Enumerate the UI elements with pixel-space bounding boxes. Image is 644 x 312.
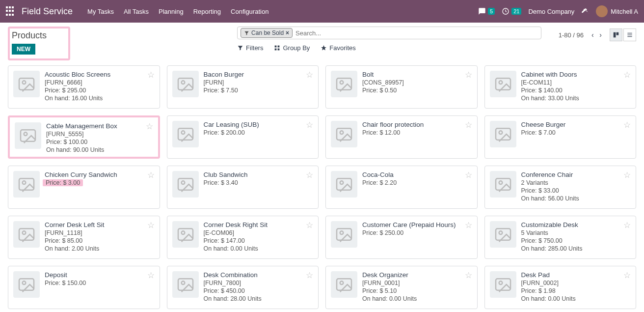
nav-configuration[interactable]: Configuration xyxy=(226,8,273,15)
product-grid: Acoustic Bloc Screens[FURN_6666]Price: $… xyxy=(0,62,644,312)
nav-reporting[interactable]: Reporting xyxy=(188,8,226,15)
nav-my-tasks[interactable]: My Tasks xyxy=(82,8,119,15)
new-button[interactable]: NEW xyxy=(12,44,35,55)
star-icon[interactable]: ☆ xyxy=(147,220,155,230)
product-card[interactable]: Chair floor protectionPrice: $ 12.00☆ xyxy=(325,115,478,159)
product-thumbnail xyxy=(13,271,40,298)
product-card[interactable]: Desk Pad[FURN_0002]Price: $ 1.98On hand:… xyxy=(484,266,637,309)
product-card[interactable]: DepositPrice: $ 150.00☆ xyxy=(8,266,160,309)
product-card[interactable]: Customizable Desk5 VariantsPrice: $ 750.… xyxy=(484,216,637,259)
star-icon[interactable]: ☆ xyxy=(306,220,313,230)
svg-rect-5 xyxy=(614,32,616,38)
filters-button[interactable]: Filters xyxy=(237,44,263,52)
product-card[interactable]: Desk Organizer[FURN_0001]Price: $ 5.10On… xyxy=(325,266,478,309)
star-icon[interactable]: ☆ xyxy=(623,120,631,130)
product-name: Cheese Burger xyxy=(521,121,631,128)
star-icon[interactable]: ☆ xyxy=(465,170,472,180)
pager-next-button[interactable]: › xyxy=(597,30,604,40)
svg-point-37 xyxy=(181,231,185,234)
view-list-button[interactable] xyxy=(623,28,636,41)
product-card[interactable]: Corner Desk Right Sit[E-COM06]Price: $ 1… xyxy=(167,216,319,259)
product-card-body: Corner Desk Left Sit[FURN_1118]Price: $ … xyxy=(45,221,155,254)
product-price: Price: $ 7.50 xyxy=(204,87,314,94)
product-card[interactable]: Club SandwichPrice: $ 3.40☆ xyxy=(167,166,319,209)
star-icon[interactable]: ☆ xyxy=(147,170,155,180)
search-bar[interactable]: Can be Sold × xyxy=(237,27,541,39)
star-icon[interactable]: ☆ xyxy=(623,170,631,180)
product-card[interactable]: Acoustic Bloc Screens[FURN_6666]Price: $… xyxy=(8,65,160,109)
product-card[interactable]: Cabinet with Doors[E-COM11]Price: $ 140.… xyxy=(484,65,637,109)
company-selector[interactable]: Demo Company xyxy=(528,8,574,15)
svg-point-45 xyxy=(181,281,185,284)
product-name: Customer Care (Prepaid Hours) xyxy=(362,221,472,228)
product-thumbnail xyxy=(15,122,41,149)
star-icon[interactable]: ☆ xyxy=(306,170,313,180)
favorites-button[interactable]: Favorites xyxy=(321,44,355,52)
star-icon[interactable]: ☆ xyxy=(465,120,472,130)
tools-icon[interactable] xyxy=(581,7,589,16)
product-card[interactable]: Chicken Curry SandwichPrice: $ 3.00☆ xyxy=(8,166,160,209)
apps-icon[interactable] xyxy=(6,6,16,16)
product-card[interactable]: Bacon Burger[FURN]Price: $ 7.50☆ xyxy=(167,65,319,109)
star-icon[interactable]: ☆ xyxy=(465,70,472,80)
filter-chip-can-be-sold[interactable]: Can be Sold × xyxy=(241,28,293,38)
activities-icon[interactable]: 21 xyxy=(502,7,521,15)
svg-point-47 xyxy=(340,281,344,284)
product-ref: [FURN_0001] xyxy=(362,280,472,286)
product-card[interactable]: Conference Chair2 VariantsPrice: $ 33.00… xyxy=(484,166,637,209)
product-onhand: On hand: 16.00 Units xyxy=(45,95,155,102)
view-kanban-button[interactable] xyxy=(610,28,622,41)
product-card[interactable]: Corner Desk Left Sit[FURN_1118]Price: $ … xyxy=(8,216,160,259)
product-thumbnail xyxy=(331,121,357,147)
star-icon[interactable]: ☆ xyxy=(465,220,472,230)
pager-prev-button[interactable]: ‹ xyxy=(590,30,596,40)
app-brand[interactable]: Field Service xyxy=(22,6,73,17)
star-icon[interactable]: ☆ xyxy=(147,270,155,281)
product-name: Chair floor protection xyxy=(362,121,472,128)
nav-all-tasks[interactable]: All Tasks xyxy=(119,8,154,15)
product-card-body: Conference Chair2 VariantsPrice: $ 33.00… xyxy=(521,171,631,203)
svg-point-27 xyxy=(23,181,26,184)
product-card[interactable]: Car Leasing (SUB)Price: $ 200.00☆ xyxy=(167,115,319,159)
product-ref: [E-COM11] xyxy=(521,79,631,86)
product-card[interactable]: Bolt[CONS_89957]Price: $ 0.50☆ xyxy=(325,65,478,109)
groupby-button[interactable]: Group By xyxy=(274,44,310,52)
star-icon[interactable]: ☆ xyxy=(306,270,313,281)
star-icon[interactable]: ☆ xyxy=(306,70,313,80)
svg-point-25 xyxy=(499,131,502,134)
product-name: Conference Chair xyxy=(521,171,631,178)
filter-chip-remove-icon[interactable]: × xyxy=(286,29,289,36)
svg-point-23 xyxy=(340,131,344,134)
product-card[interactable]: Cheese BurgerPrice: $ 7.00☆ xyxy=(484,115,637,159)
star-icon[interactable]: ☆ xyxy=(147,70,155,80)
pager-count[interactable]: 1-80 / 96 xyxy=(559,31,584,39)
product-card[interactable]: Customer Care (Prepaid Hours)Price: $ 25… xyxy=(325,216,478,259)
product-ref: [E-COM06] xyxy=(204,229,314,236)
product-card-body: Acoustic Bloc Screens[FURN_6666]Price: $… xyxy=(45,71,155,103)
nav-planning[interactable]: Planning xyxy=(154,8,188,15)
product-card-body: Cabinet with Doors[E-COM11]Price: $ 140.… xyxy=(521,71,631,103)
page-title: Products xyxy=(12,30,47,41)
svg-point-11 xyxy=(23,81,26,84)
star-icon[interactable]: ☆ xyxy=(465,270,472,281)
product-price: Price: $ 12.00 xyxy=(362,129,472,136)
product-thumbnail xyxy=(172,271,199,298)
search-input[interactable] xyxy=(295,28,538,38)
product-card[interactable]: Coca-ColaPrice: $ 2.20☆ xyxy=(325,166,478,209)
product-onhand: On hand: 2.00 Units xyxy=(45,245,155,252)
svg-point-41 xyxy=(499,231,502,234)
star-icon[interactable]: ☆ xyxy=(623,270,631,281)
user-name: Mitchell A xyxy=(611,8,638,15)
product-thumbnail xyxy=(331,71,357,97)
star-icon[interactable]: ☆ xyxy=(623,220,631,230)
product-price: Price: $ 2.20 xyxy=(362,179,472,186)
svg-point-39 xyxy=(340,231,344,234)
star-icon[interactable]: ☆ xyxy=(306,120,313,130)
star-icon[interactable]: ☆ xyxy=(623,70,631,80)
product-price: Price: $ 450.00 xyxy=(204,287,314,294)
product-card[interactable]: Cable Management Box[FURN_5555]Price: $ … xyxy=(8,115,160,159)
product-card[interactable]: Desk Combination[FURN_7800]Price: $ 450.… xyxy=(167,266,319,309)
star-icon[interactable]: ☆ xyxy=(146,121,153,132)
messaging-icon[interactable]: 5 xyxy=(478,7,495,15)
user-menu[interactable]: Mitchell A xyxy=(596,5,638,17)
